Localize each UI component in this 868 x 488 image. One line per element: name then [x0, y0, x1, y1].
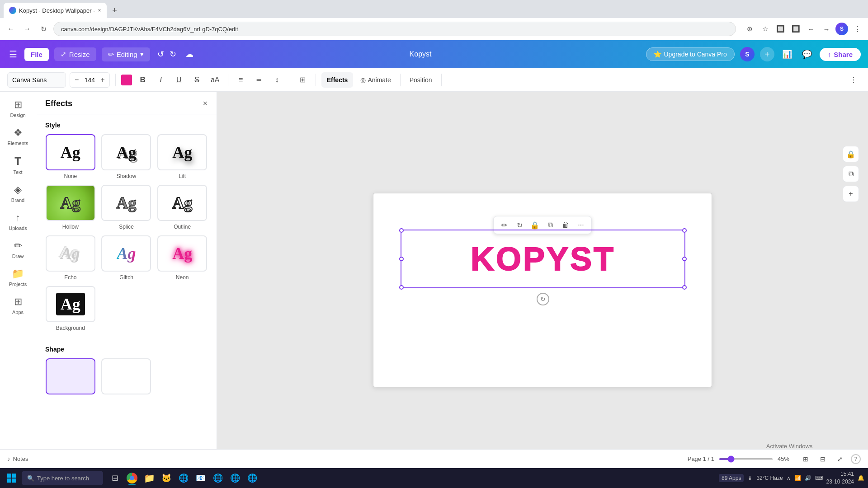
comments-button[interactable]: 💬 [800, 47, 814, 61]
resize-handle-tr[interactable] [682, 228, 687, 233]
italic-button[interactable]: I [154, 73, 168, 87]
effects-button[interactable]: Effects [321, 72, 354, 88]
spacing-button[interactable]: ↕ [270, 73, 284, 87]
taskbar-app-1[interactable]: 🐱 [158, 470, 175, 486]
resize-handle-ml[interactable] [399, 257, 404, 261]
avatar[interactable]: S [740, 47, 755, 61]
lock-canvas-btn[interactable]: 🔒 [843, 146, 859, 162]
help-btn[interactable]: ? [851, 454, 861, 464]
position-button[interactable]: Position [406, 75, 436, 85]
back-button[interactable]: ← [5, 23, 17, 35]
animate-button[interactable]: ◎ Animate [357, 75, 394, 85]
style-none[interactable]: Ag None [45, 134, 96, 179]
taskbar-file-explorer[interactable]: 📁 [141, 470, 157, 486]
system-tray-up[interactable]: ∧ [787, 475, 791, 481]
style-splice[interactable]: Ag Splice [101, 185, 152, 230]
style-lift[interactable]: Ag Lift [157, 134, 208, 179]
strikethrough-button[interactable]: S [190, 73, 204, 87]
notifications-icon[interactable]: 🔔 [858, 475, 864, 481]
resize-button[interactable]: ⤢ Resize [54, 47, 96, 61]
sidebar-item-brand[interactable]: ◈ Brand [2, 180, 34, 206]
profile-button[interactable]: S [835, 23, 848, 35]
elements-icon: ❖ [14, 127, 23, 139]
increase-font-size[interactable]: + [99, 75, 106, 85]
shape-item-2[interactable] [101, 358, 152, 394]
taskbar-app-4[interactable]: 🌐 [210, 470, 226, 486]
style-background[interactable]: Ag Background [45, 286, 96, 331]
decrease-font-size[interactable]: − [73, 75, 80, 85]
resize-handle-br[interactable] [682, 285, 687, 290]
effects-panel-close[interactable]: × [203, 99, 208, 108]
extension-btn-1[interactable]: 🔲 [774, 23, 787, 35]
taskbar-apps: ⊟ 📁 🐱 🌐 📧 🌐 🌐 🌐 [107, 470, 260, 486]
undo-button[interactable]: ↺ [156, 47, 166, 61]
reload-button[interactable]: ↻ [37, 23, 50, 35]
redo-button[interactable]: ↻ [168, 47, 178, 61]
taskbar-app-6[interactable]: 🌐 [244, 470, 260, 486]
style-shadow[interactable]: Ag Shadow [101, 134, 152, 179]
taskbar-search[interactable]: 🔍 Type here to search [22, 471, 103, 485]
add-canvas-btn[interactable]: + [843, 186, 859, 202]
bold-button[interactable]: B [136, 73, 150, 87]
layout-view-btn[interactable]: ⊟ [816, 453, 829, 465]
style-outline[interactable]: Ag Outline [157, 185, 208, 230]
grid-button[interactable]: ⊞ [296, 73, 310, 87]
align-button[interactable]: ≡ [234, 73, 248, 87]
grid-view-btn[interactable]: ⊞ [799, 453, 812, 465]
taskbar-app-2[interactable]: 🌐 [175, 470, 192, 486]
taskbar-app-5[interactable]: 🌐 [227, 470, 243, 486]
sidebar-item-projects[interactable]: 📁 Projects [2, 264, 34, 291]
file-button[interactable]: File [24, 48, 49, 61]
bookmark-button[interactable]: ☆ [759, 23, 771, 35]
sidebar-item-elements[interactable]: ❖ Elements [2, 123, 34, 150]
taskbar-89apps[interactable]: 89 Apps [719, 474, 744, 482]
case-button[interactable]: aA [208, 73, 222, 87]
resize-handle-tl[interactable] [399, 228, 404, 233]
expand-btn[interactable]: ⤢ [834, 453, 846, 465]
zoom-slider[interactable] [719, 458, 773, 460]
add-collaborator-button[interactable]: + [760, 47, 774, 61]
resize-handle-bl[interactable] [399, 285, 404, 290]
canvas-text-element[interactable]: KOPYST ↻ [401, 230, 685, 288]
taskbar-app-3[interactable]: 📧 [193, 470, 209, 486]
forward-button[interactable]: → [21, 23, 33, 35]
menu-button[interactable]: ☰ [7, 47, 19, 61]
nav-next-button[interactable]: → [820, 23, 833, 35]
sidebar-item-design[interactable]: ⊞ Design [2, 95, 34, 122]
sidebar-item-text[interactable]: T Text [2, 151, 34, 178]
notes-button[interactable]: ♪ Notes [7, 455, 28, 462]
upgrade-button[interactable]: ⭐ Upgrade to Canva Pro [646, 47, 735, 61]
rotate-handle[interactable]: ↻ [537, 293, 549, 305]
resize-handle-mr[interactable] [682, 257, 687, 261]
style-neon[interactable]: Ag Neon [157, 235, 208, 281]
address-input[interactable]: canva.com/design/DAGPJTKvAhs/F4VCb2dag6V… [53, 22, 736, 36]
sidebar-item-draw[interactable]: ✏ Draw [2, 236, 34, 263]
start-button[interactable] [4, 470, 20, 486]
sidebar-item-uploads[interactable]: ↑ Uploads [2, 208, 34, 235]
underline-button[interactable]: U [172, 73, 186, 87]
extension-btn-2[interactable]: 🔲 [789, 23, 802, 35]
sidebar-item-apps[interactable]: ⊞ Apps [2, 292, 34, 319]
taskbar-chrome[interactable] [124, 470, 140, 486]
taskbar-task-view[interactable]: ⊟ [107, 470, 123, 486]
analytics-button[interactable]: 📊 [780, 47, 794, 61]
nav-prev-button[interactable]: ← [805, 23, 817, 35]
copy-canvas-btn[interactable]: ⧉ [843, 166, 859, 182]
resize-icon: ⤢ [61, 50, 66, 58]
more-button[interactable]: ⋮ [851, 23, 863, 35]
tab-close-btn[interactable]: × [98, 7, 101, 14]
cloud-save-button[interactable]: ☁ [184, 47, 195, 61]
list-button[interactable]: ≣ [252, 73, 266, 87]
text-color-button[interactable] [121, 75, 132, 85]
editing-button[interactable]: ✏ Editing ▾ [102, 47, 150, 61]
browser-tab[interactable]: Kopyst - Desktop Wallpaper - × [4, 3, 107, 18]
more-options-button[interactable]: ⋮ [846, 73, 861, 87]
share-button[interactable]: ↑ Share [820, 48, 861, 61]
font-selector[interactable]: Canva Sans [7, 72, 66, 88]
style-glitch[interactable]: Ag Glitch [101, 235, 152, 281]
new-tab-button[interactable]: + [108, 4, 121, 17]
zoom-button[interactable]: ⊕ [743, 23, 756, 35]
shape-item-1[interactable] [45, 358, 96, 394]
style-hollow[interactable]: Ag Hollow [45, 185, 96, 230]
style-echo[interactable]: Ag Echo [45, 235, 96, 281]
